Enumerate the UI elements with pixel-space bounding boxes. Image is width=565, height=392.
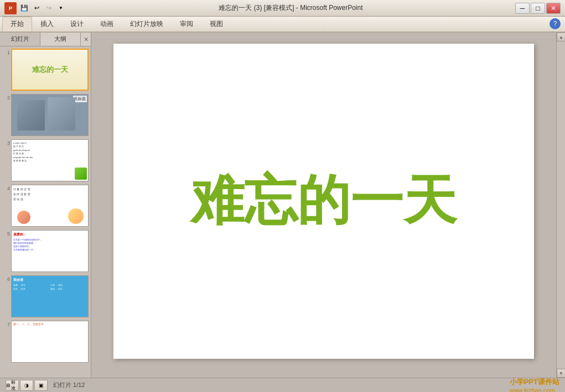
slide-number-6: 6 — [2, 275, 10, 282]
slide1-title-text: 难忘的一天 — [32, 65, 68, 75]
canvas-area: 难忘的一天 — [91, 33, 556, 378]
tab-slides[interactable]: 幻灯片 — [0, 33, 40, 46]
slide-number-4: 4 — [2, 185, 10, 191]
slide-preview-1[interactable]: 难忘的一天 — [11, 49, 89, 91]
dropdown-button[interactable]: ▼ — [55, 3, 66, 14]
save-button[interactable]: 💾 — [19, 3, 30, 14]
watermark-line1: 小学PPT课件站 — [510, 377, 559, 387]
bottom-bar: ⊞标准 ◑ ▣ 幻灯片 1/12 小学PPT课件站 www.kjzhan.com — [0, 378, 565, 392]
title-bar: P 💾 ↩ ↪ ▼ 难忘的一天 (3) [兼容模式] - Microsoft P… — [0, 0, 565, 17]
tab-insert[interactable]: 插入 — [32, 17, 62, 32]
watermark: 小学PPT课件站 www.kjzhan.com — [510, 377, 559, 393]
restore-button[interactable]: □ — [531, 3, 545, 14]
slide6-content: 我会读 电脑 ： 学艺 计算 ： 喜悦 展览 ： 技术 激动 ： 欢乐 — [12, 276, 88, 317]
slide-number-5: 5 — [2, 230, 10, 237]
slide7-content: 第一、二、三、五段文字 — [12, 321, 88, 362]
help-button[interactable]: ? — [550, 18, 561, 29]
undo-button[interactable]: ↩ — [31, 3, 42, 14]
right-scrollbar: ▲ ▼ — [556, 33, 565, 378]
tab-view[interactable]: 视图 — [201, 17, 231, 32]
slide-panel: 幻灯片 大纲 ✕ 1 难忘的一天 2 无标题 — [0, 33, 91, 378]
tab-animation[interactable]: 动画 — [92, 17, 122, 32]
watermark-line2: www.kjzhan.com — [510, 387, 559, 393]
slide-number-3: 3 — [2, 139, 10, 146]
slide-thumb-3[interactable]: 3 ji suàn mào lì 孩 子 目 亿 guān jìn péng w… — [2, 139, 89, 181]
title-bar-left: P 💾 ↩ ↪ ▼ — [4, 2, 66, 14]
slide-preview-7[interactable]: 第一、二、三、五段文字 — [11, 321, 89, 363]
minimize-button[interactable]: ─ — [515, 3, 530, 14]
slide-preview-5[interactable]: 亲爱的： 今天是一个值得纪念的日子... 我们在科学馆里参观... 见到了很多科… — [11, 230, 89, 272]
slide-main-text: 难忘的一天 — [191, 165, 457, 237]
ribbon-tabs: 开始 插入 设计 动画 幻灯片放映 审阅 视图 ? — [0, 17, 565, 32]
slide5-content: 亲爱的： 今天是一个值得纪念的日子... 我们在科学馆里参观... 见到了很多科… — [12, 231, 88, 271]
moon-icon[interactable]: ◑ — [20, 380, 33, 391]
quick-access-toolbar: 💾 ↩ ↪ ▼ — [19, 3, 66, 14]
panel-close-button[interactable]: ✕ — [81, 33, 91, 46]
tab-outline[interactable]: 大纲 — [40, 33, 81, 46]
redo-button[interactable]: ↪ — [43, 3, 54, 14]
tab-slideshow[interactable]: 幻灯片放映 — [122, 17, 172, 32]
slide4-content: 计 量 目 记 符 乐 件 连 套 答 音 仙 连 — [12, 185, 88, 226]
slide-panel-tabs: 幻灯片 大纲 ✕ — [0, 33, 91, 46]
slides-list[interactable]: 1 难忘的一天 2 无标题 — [0, 46, 91, 378]
slide-number-7: 7 — [2, 321, 10, 327]
slide-number-1: 1 — [2, 49, 10, 55]
slide-preview-3[interactable]: ji suàn mào lì 孩 子 目 亿 guān jìn péng wō … — [11, 139, 89, 181]
tab-home[interactable]: 开始 — [2, 17, 32, 32]
scroll-track[interactable] — [557, 41, 565, 369]
slide-canvas[interactable]: 难忘的一天 — [113, 44, 534, 359]
tab-review[interactable]: 审阅 — [172, 17, 201, 32]
slide-number-2: 2 — [2, 94, 10, 101]
slide-preview-2[interactable]: 无标题 — [11, 94, 89, 136]
scroll-up-button[interactable]: ▲ — [557, 33, 565, 41]
slide-status: 幻灯片 1/12 — [53, 381, 85, 389]
slide-thumb-7[interactable]: 7 第一、二、三、五段文字 — [2, 321, 89, 363]
slide-thumb-5[interactable]: 5 亲爱的： 今天是一个值得纪念的日子... 我们在科学馆里参观... 见到了很… — [2, 230, 89, 272]
powerpoint-icon: P — [4, 2, 17, 14]
standard-view-button[interactable]: ⊞标准 — [6, 380, 19, 391]
close-button[interactable]: ✕ — [546, 3, 561, 14]
window-controls: ─ □ ✕ — [515, 3, 561, 14]
slide3-content: ji suàn mào lì 孩 子 目 亿 guān jìn péng wō … — [12, 140, 88, 181]
ribbon: 开始 插入 设计 动画 幻灯片放映 审阅 视图 ? — [0, 17, 565, 33]
window-title: 难忘的一天 (3) [兼容模式] - Microsoft PowerPoint — [66, 3, 515, 13]
slide-thumb-6[interactable]: 6 我会读 电脑 ： 学艺 计算 ： 喜悦 展览 ： 技术 激动 ： 欢乐 — [2, 275, 89, 317]
slide-thumb-2[interactable]: 2 无标题 — [2, 94, 89, 136]
slide-thumb-1[interactable]: 1 难忘的一天 — [2, 49, 89, 91]
slide-preview-4[interactable]: 计 量 目 记 符 乐 件 连 套 答 音 仙 连 — [11, 185, 89, 227]
slide-thumb-4[interactable]: 4 计 量 目 记 符 乐 件 连 套 答 音 仙 连 — [2, 185, 89, 227]
grid-icon[interactable]: ▣ — [34, 380, 48, 391]
tab-design[interactable]: 设计 — [62, 17, 92, 32]
slide-preview-6[interactable]: 我会读 电脑 ： 学艺 计算 ： 喜悦 展览 ： 技术 激动 ： 欢乐 — [11, 275, 89, 317]
status-icons: ⊞标准 ◑ ▣ — [6, 380, 48, 391]
main-area: 幻灯片 大纲 ✕ 1 难忘的一天 2 无标题 — [0, 33, 565, 378]
